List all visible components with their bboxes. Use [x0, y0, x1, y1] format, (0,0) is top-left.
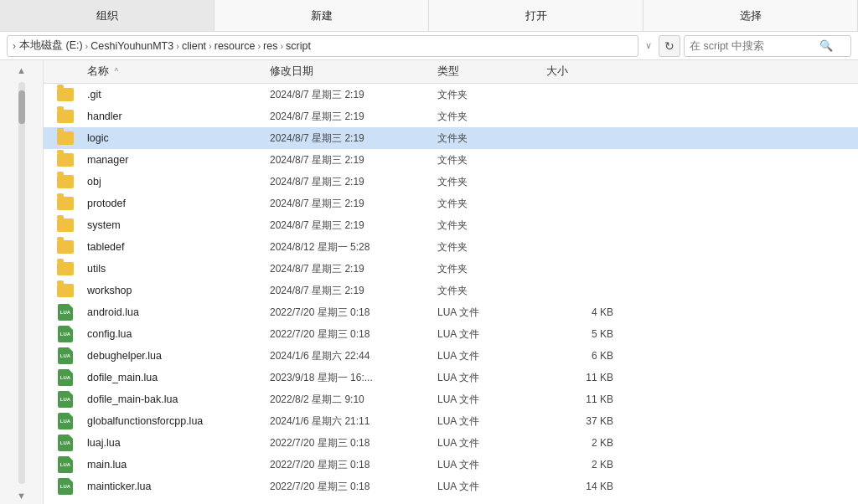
file-rows: .git2024/8/7 星期三 2:19文件夹handler2024/8/7 … [44, 84, 858, 497]
folder-icon [44, 153, 87, 167]
file-type: 文件夹 [437, 262, 546, 276]
table-row[interactable]: .git2024/8/7 星期三 2:19文件夹 [44, 84, 858, 105]
breadcrumb-script[interactable]: script [286, 40, 311, 52]
file-name: obj [87, 176, 270, 188]
table-row[interactable]: tabledef2024/8/12 星期一 5:28文件夹 [44, 236, 858, 258]
folder-icon [44, 262, 87, 275]
file-type: 文件夹 [437, 110, 546, 124]
table-row[interactable]: LUAdebughelper.lua2024/1/6 星期六 22:44LUA … [44, 345, 858, 367]
sort-icon: ^ [114, 67, 118, 76]
table-row[interactable]: utils2024/8/7 星期三 2:19文件夹 [44, 258, 858, 280]
lua-icon: LUA [58, 304, 73, 321]
file-date: 2024/8/7 星期三 2:19 [270, 284, 437, 298]
file-name: utils [87, 263, 270, 275]
lua-file-icon: LUA [44, 304, 87, 321]
file-date: 2024/8/12 星期一 5:28 [270, 240, 437, 255]
table-row[interactable]: manager2024/8/7 星期三 2:19文件夹 [44, 149, 858, 171]
file-date: 2022/7/20 星期三 0:18 [270, 327, 437, 342]
table-row[interactable]: LUAmain.lua2022/7/20 星期三 0:18LUA 文件2 KB [44, 454, 858, 476]
lua-icon: LUA [58, 435, 73, 451]
table-row[interactable]: LUAdofile_main-bak.lua2022/8/2 星期二 9:10L… [44, 388, 858, 410]
file-type: LUA 文件 [437, 436, 546, 450]
main-area: ▲ ▼ 名称 ^ 修改日期 类型 大小 .git2024/8/7 星期三 2:1… [0, 60, 858, 504]
table-row[interactable]: obj2024/8/7 星期三 2:19文件夹 [44, 171, 858, 193]
toolbar-select[interactable]: 选择 [644, 0, 858, 31]
lua-file-icon: LUA [44, 347, 87, 364]
lua-file-icon: LUA [44, 326, 87, 342]
breadcrumb-project[interactable]: CeshiYouhunMT3 [90, 40, 173, 52]
lua-file-icon: LUA [44, 391, 87, 408]
sidebar-up-arrow[interactable]: ▲ [17, 65, 26, 75]
table-row[interactable]: logic2024/8/7 星期三 2:19文件夹 [44, 127, 858, 149]
file-type: LUA 文件 [437, 458, 546, 472]
file-name: handler [87, 111, 270, 122]
table-row[interactable]: LUAdofile_main.lua2023/9/18 星期一 16:...LU… [44, 367, 858, 388]
table-row[interactable]: protodef2024/8/7 星期三 2:19文件夹 [44, 193, 858, 214]
breadcrumb-res[interactable]: res [263, 40, 277, 52]
file-date: 2024/1/6 星期六 22:44 [270, 349, 437, 363]
folder-icon [44, 88, 87, 101]
file-type: 文件夹 [437, 88, 546, 102]
column-date[interactable]: 修改日期 [270, 64, 437, 79]
file-name: dofile_main-bak.lua [87, 393, 270, 405]
file-type: LUA 文件 [437, 393, 546, 407]
file-type: 文件夹 [437, 175, 546, 189]
breadcrumb[interactable]: › 本地磁盘 (E:) › CeshiYouhunMT3 › client › … [7, 35, 638, 57]
table-row[interactable]: LUAandroid.lua2022/7/20 星期三 0:18LUA 文件4 … [44, 301, 858, 323]
lua-icon: LUA [58, 391, 73, 408]
lua-icon: LUA [58, 413, 73, 429]
table-row[interactable]: workshop2024/8/7 星期三 2:19文件夹 [44, 280, 858, 301]
table-row[interactable]: LUAluaj.lua2022/7/20 星期三 0:18LUA 文件2 KB [44, 432, 858, 454]
table-row[interactable]: LUAglobalfunctionsforcpp.lua2024/1/6 星期六… [44, 410, 858, 432]
lua-icon: LUA [58, 369, 73, 386]
sidebar-down-arrow[interactable]: ▼ [17, 491, 26, 501]
lua-file-icon: LUA [44, 456, 87, 473]
folder-icon [44, 131, 87, 145]
file-type: 文件夹 [437, 197, 546, 211]
folder-icon [44, 240, 87, 254]
file-size: 11 KB [546, 372, 630, 383]
column-name[interactable]: 名称 ^ [44, 64, 270, 79]
column-size[interactable]: 大小 [546, 64, 630, 79]
column-type[interactable]: 类型 [437, 64, 546, 79]
file-date: 2023/9/18 星期一 16:... [270, 371, 437, 385]
breadcrumb-resource[interactable]: resource [214, 40, 256, 52]
file-list-header: 名称 ^ 修改日期 类型 大小 [44, 60, 858, 84]
sidebar: ▲ ▼ [0, 60, 44, 504]
table-row[interactable]: system2024/8/7 星期三 2:19文件夹 [44, 214, 858, 236]
file-date: 2024/8/7 星期三 2:19 [270, 153, 437, 167]
search-icon[interactable]: 🔍 [819, 39, 833, 52]
lua-icon: LUA [58, 326, 73, 342]
file-date: 2022/8/2 星期二 9:10 [270, 393, 437, 407]
table-row[interactable]: handler2024/8/7 星期三 2:19文件夹 [44, 105, 858, 127]
table-row[interactable]: LUAmainticker.lua2022/7/20 星期三 0:18LUA 文… [44, 476, 858, 497]
lua-file-icon: LUA [44, 369, 87, 386]
sidebar-scrollbar[interactable] [18, 82, 25, 484]
toolbar-open[interactable]: 打开 [429, 0, 644, 31]
search-area: 🔍 [684, 35, 851, 57]
toolbar-new[interactable]: 新建 [214, 0, 429, 31]
breadcrumb-arrow: › [13, 40, 16, 52]
file-date: 2022/7/20 星期三 0:18 [270, 436, 437, 450]
file-name: main.lua [87, 459, 270, 471]
search-input[interactable] [690, 40, 819, 52]
file-type: 文件夹 [437, 284, 546, 298]
file-name: workshop [87, 285, 270, 296]
table-row[interactable]: LUAconfig.lua2022/7/20 星期三 0:18LUA 文件5 K… [44, 323, 858, 345]
file-name: logic [87, 132, 270, 144]
file-date: 2024/8/7 星期三 2:19 [270, 262, 437, 276]
lua-file-icon: LUA [44, 435, 87, 451]
file-size: 11 KB [546, 393, 630, 405]
file-date: 2022/7/20 星期三 0:18 [270, 458, 437, 472]
toolbar-organize[interactable]: 组织 [0, 0, 214, 31]
breadcrumb-client[interactable]: client [182, 40, 206, 52]
breadcrumb-drive[interactable]: 本地磁盘 (E:) [19, 39, 83, 53]
file-name: config.lua [87, 328, 270, 340]
refresh-button[interactable]: ↻ [659, 35, 680, 57]
file-size: 2 KB [546, 437, 630, 449]
toolbar: 组织 新建 打开 选择 [0, 0, 858, 32]
file-date: 2024/8/7 星期三 2:19 [270, 131, 437, 146]
file-name: android.lua [87, 306, 270, 318]
file-date: 2024/8/7 星期三 2:19 [270, 88, 437, 102]
file-name: manager [87, 154, 270, 166]
